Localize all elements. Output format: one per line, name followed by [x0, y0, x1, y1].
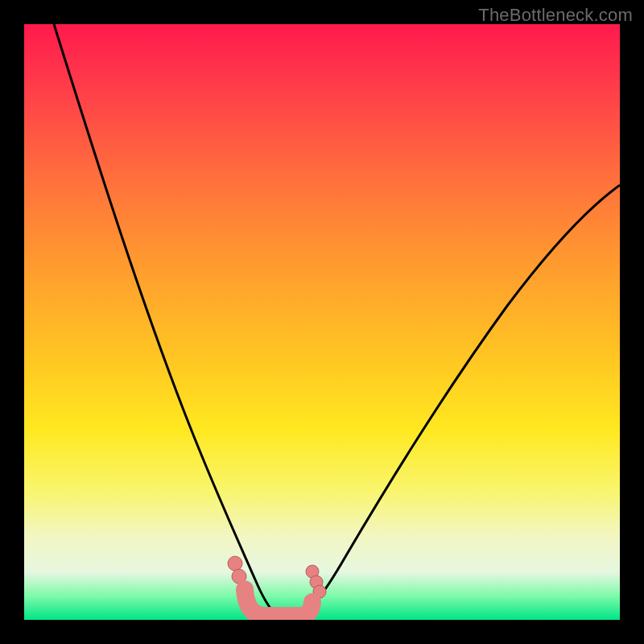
marker-dot [228, 556, 242, 571]
valley-pill [245, 589, 312, 616]
watermark-text: TheBottleneck.com [478, 5, 633, 26]
outer-frame: TheBottleneck.com [0, 0, 644, 644]
markers-layer [24, 24, 620, 620]
